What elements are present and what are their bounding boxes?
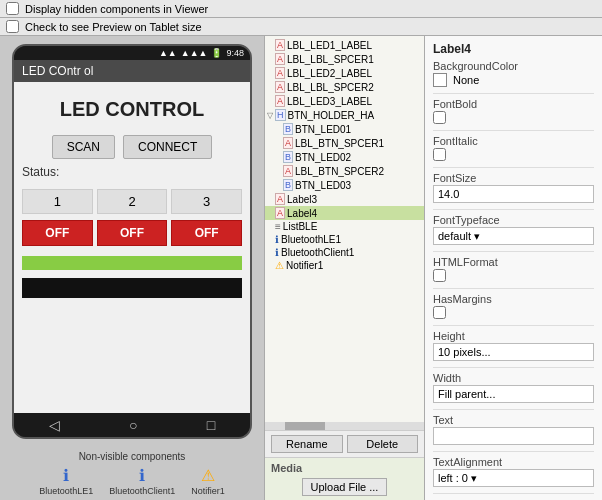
- nv-notifier-label: Notifier1: [191, 486, 225, 496]
- tree-item-10[interactable]: B BTN_LED03: [265, 178, 424, 192]
- prop-row-4: FontTypeface: [433, 214, 594, 245]
- phone-screen: LED CONTROL SCAN CONNECT Status: 1 2 3 O…: [14, 82, 250, 413]
- tree-item-4[interactable]: A LBL_LED3_LABEL: [265, 94, 424, 108]
- signal-icon: ▲▲▲: [181, 48, 208, 58]
- non-visible-label: Non-visible components: [0, 447, 264, 464]
- time-display: 9:48: [226, 48, 244, 58]
- tree-item-16[interactable]: ⚠ Notifier1: [265, 259, 424, 272]
- properties-section: Label4 BackgroundColorNoneFontBoldFontIt…: [425, 36, 602, 500]
- color-none-box: [433, 73, 447, 87]
- tree-section: A LBL_LED1_LABELA LBL_LBL_SPCER1A LBL_LE…: [265, 36, 425, 500]
- rename-button[interactable]: Rename: [271, 435, 343, 453]
- tree-item-0[interactable]: A LBL_LED1_LABEL: [265, 38, 424, 52]
- tree-item-12[interactable]: A Label4: [265, 206, 424, 220]
- prop-divider-0: [433, 93, 594, 94]
- label-icon: A: [275, 207, 285, 219]
- prop-divider-7: [433, 367, 594, 368]
- label-icon: A: [275, 53, 285, 65]
- tree-item-8[interactable]: B BTN_LED02: [265, 150, 424, 164]
- tree-item-2[interactable]: A LBL_LED2_LABEL: [265, 66, 424, 80]
- expand-icon: ▽: [267, 111, 273, 120]
- prop-label-8: Width: [433, 372, 594, 384]
- prop-divider-9: [433, 451, 594, 452]
- scrollbar-thumb[interactable]: [285, 422, 325, 430]
- prop-label-2: FontItalic: [433, 135, 594, 147]
- prop-row-3: FontSize: [433, 172, 594, 203]
- phone-section: ▲▲ ▲▲▲ 🔋 9:48 LED COntr ol LED CONTROL S…: [0, 36, 265, 500]
- prop-row-10: TextAlignment: [433, 456, 594, 487]
- led-btn-3[interactable]: OFF: [171, 220, 242, 246]
- upload-button[interactable]: Upload File ...: [302, 478, 388, 496]
- tree-item-label: ListBLE: [283, 221, 317, 232]
- led-btn-2[interactable]: OFF: [97, 220, 168, 246]
- nav-home-icon[interactable]: ○: [129, 417, 137, 433]
- prop-select-textalignment[interactable]: [433, 469, 594, 487]
- label-icon: A: [283, 137, 293, 149]
- delete-button[interactable]: Delete: [347, 435, 419, 453]
- tree-item-14[interactable]: ℹ BluetoothLE1: [265, 233, 424, 246]
- prop-label-1: FontBold: [433, 98, 594, 110]
- prop-label-5: HTMLFormat: [433, 256, 594, 268]
- prop-label-6: HasMargins: [433, 293, 594, 305]
- prop-input-width[interactable]: [433, 385, 594, 403]
- label-icon: A: [275, 67, 285, 79]
- prop-divider-6: [433, 325, 594, 326]
- tree-item-1[interactable]: A LBL_LBL_SPCER1: [265, 52, 424, 66]
- prop-divider-1: [433, 130, 594, 131]
- prop-select-fonttypeface[interactable]: [433, 227, 594, 245]
- prop-checkbox-htmlformat[interactable]: [433, 269, 446, 282]
- tree-item-label: BluetoothClient1: [281, 247, 354, 258]
- tree-item-11[interactable]: A Label3: [265, 192, 424, 206]
- tree-item-3[interactable]: A LBL_LBL_SPCER2: [265, 80, 424, 94]
- tree-item-7[interactable]: A LBL_BTN_SPCER1: [265, 136, 424, 150]
- tree-item-label: LBL_LBL_SPCER2: [287, 82, 374, 93]
- prop-checkbox-hasmargins[interactable]: [433, 306, 446, 319]
- phone-content: LED CONTROL SCAN CONNECT Status: 1 2 3 O…: [14, 82, 250, 413]
- prop-checkbox-row-5: [433, 269, 594, 282]
- phone-button-row: SCAN CONNECT: [22, 135, 242, 159]
- prop-input-height[interactable]: [433, 343, 594, 361]
- led-header-3: 3: [171, 189, 242, 214]
- connect-button[interactable]: CONNECT: [123, 135, 212, 159]
- prop-input-fontsize[interactable]: [433, 185, 594, 203]
- tree-item-label: Label3: [287, 194, 317, 205]
- main-layout: ▲▲ ▲▲▲ 🔋 9:48 LED COntr ol LED CONTROL S…: [0, 36, 602, 500]
- led-btn-1[interactable]: OFF: [22, 220, 93, 246]
- tree-item-9[interactable]: A LBL_BTN_SPCER2: [265, 164, 424, 178]
- list-icon: ≡: [275, 221, 281, 232]
- prop-checkbox-row-6: [433, 306, 594, 319]
- prop-label-7: Height: [433, 330, 594, 342]
- tree-item-label: BTN_HOLDER_HA: [288, 110, 375, 121]
- tablet-preview-label: Check to see Preview on Tablet size: [25, 21, 202, 33]
- prop-color-none-row: None: [433, 73, 594, 87]
- scrollbar-track[interactable]: [265, 422, 424, 430]
- tablet-preview-checkbox[interactable]: [6, 20, 19, 33]
- prop-divider-10: [433, 493, 594, 494]
- tree-item-5[interactable]: ▽ H BTN_HOLDER_HA: [265, 108, 424, 122]
- tree-item-6[interactable]: B BTN_LED01: [265, 122, 424, 136]
- tree-scroll[interactable]: A LBL_LED1_LABELA LBL_LBL_SPCER1A LBL_LE…: [265, 36, 424, 422]
- nav-back-icon[interactable]: ◁: [49, 417, 60, 433]
- prop-checkbox-fontbold[interactable]: [433, 111, 446, 124]
- wifi-icon: ▲▲: [159, 48, 177, 58]
- label-icon: A: [275, 193, 285, 205]
- prop-checkbox-fontitalic[interactable]: [433, 148, 446, 161]
- prop-label-10: TextAlignment: [433, 456, 594, 468]
- tree-item-13[interactable]: ≡ ListBLE: [265, 220, 424, 233]
- bluetooth-client-icon: ℹ: [139, 466, 145, 485]
- green-bar: [22, 256, 242, 270]
- prop-row-2: FontItalic: [433, 135, 594, 161]
- battery-icon: 🔋: [211, 48, 222, 58]
- non-visible-icons: ℹ BluetoothLE1 ℹ BluetoothClient1 ⚠ Noti…: [0, 464, 264, 500]
- prop-input-text[interactable]: [433, 427, 594, 445]
- nav-recent-icon[interactable]: □: [207, 417, 215, 433]
- display-hidden-checkbox[interactable]: [6, 2, 19, 15]
- tree-item-15[interactable]: ℹ BluetoothClient1: [265, 246, 424, 259]
- scan-button[interactable]: SCAN: [52, 135, 115, 159]
- tree-item-label: BTN_LED02: [295, 152, 351, 163]
- prop-row-0: BackgroundColorNone: [433, 60, 594, 87]
- prop-row-6: HasMargins: [433, 293, 594, 319]
- label-icon: A: [275, 81, 285, 93]
- properties-container: BackgroundColorNoneFontBoldFontItalicFon…: [433, 60, 594, 500]
- prop-checkbox-row-1: [433, 111, 594, 124]
